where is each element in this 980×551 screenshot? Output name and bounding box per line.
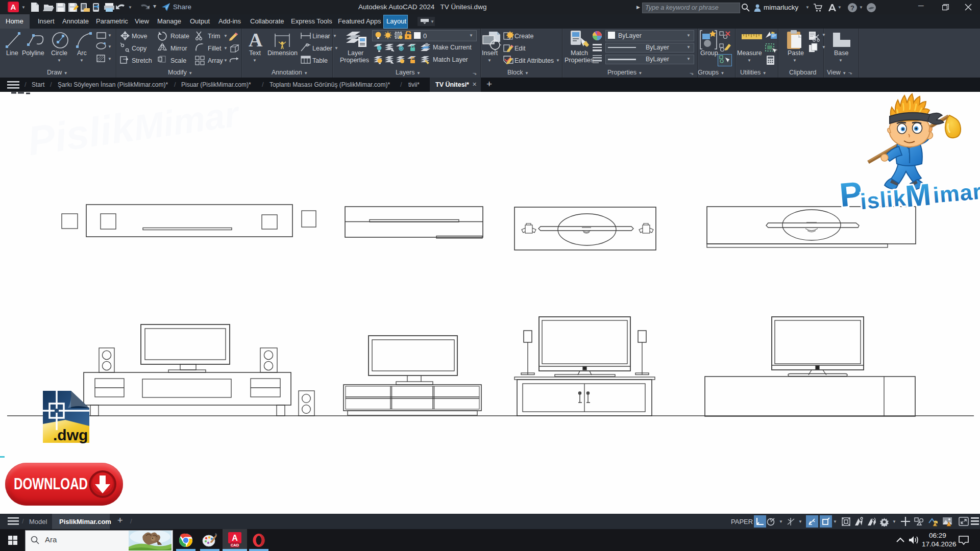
svg-text:CAD: CAD — [231, 543, 239, 547]
svg-text:A: A — [11, 3, 16, 11]
svg-text:!: ! — [936, 522, 937, 526]
svg-text:.dwg: .dwg — [53, 427, 88, 443]
svg-text:A: A — [232, 534, 238, 542]
svg-text:islik: islik — [859, 186, 907, 214]
svg-text:imar: imar — [932, 179, 980, 208]
svg-text:M: M — [904, 177, 933, 213]
svg-text:?: ? — [850, 4, 854, 12]
